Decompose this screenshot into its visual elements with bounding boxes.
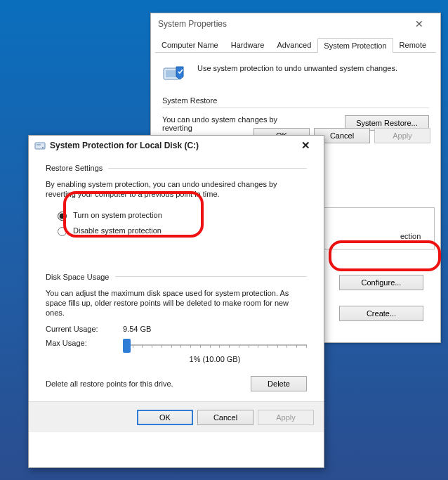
- dialog-title: System Protection for Local Disk (C:): [50, 141, 199, 150]
- cancel-button[interactable]: Cancel: [197, 410, 253, 425]
- delete-button[interactable]: Delete: [251, 376, 307, 391]
- tab-hardware[interactable]: Hardware: [225, 37, 271, 52]
- radio-disable-label: Disable system protection: [73, 226, 162, 235]
- system-properties-tabs: Computer Name Hardware Advanced System P…: [155, 37, 436, 53]
- svg-rect-4: [37, 144, 41, 145]
- current-usage-value: 9.54 GB: [123, 325, 151, 333]
- ok-button[interactable]: OK: [137, 410, 193, 425]
- apply-button: Apply: [258, 410, 314, 425]
- apply-button: Apply: [374, 128, 430, 143]
- max-usage-label: Max Usage:: [46, 339, 109, 347]
- svg-point-3: [42, 147, 44, 148]
- restore-settings-desc: By enabling system protection, you can u…: [46, 179, 307, 200]
- system-protection-dialog: System Protection for Local Disk (C:) ✕ …: [28, 135, 324, 468]
- configure-button[interactable]: Configure...: [339, 275, 423, 290]
- close-icon[interactable]: ✕: [293, 139, 318, 152]
- tab-computer-name[interactable]: Computer Name: [155, 37, 225, 52]
- restore-settings-section: Restore Settings: [46, 164, 307, 172]
- radio-turn-on-input[interactable]: [58, 212, 67, 221]
- system-properties-title: System Properties: [158, 13, 227, 34]
- radio-disable-input[interactable]: [58, 227, 67, 236]
- tab-advanced[interactable]: Advanced: [270, 37, 317, 52]
- max-usage-value: 1% (10.00 GB): [123, 355, 307, 363]
- radio-turn-on-label: Turn on system protection: [73, 211, 162, 219]
- current-usage-label: Current Usage:: [46, 325, 109, 333]
- tab-system-protection[interactable]: System Protection: [317, 38, 393, 53]
- dialog-titlebar: System Protection for Local Disk (C:) ✕: [29, 136, 324, 155]
- svg-rect-2: [35, 143, 45, 149]
- create-button[interactable]: Create...: [339, 306, 423, 321]
- delete-restore-points-text: Delete all restore points for this drive…: [46, 380, 173, 388]
- system-properties-titlebar: System Properties ✕: [151, 13, 440, 34]
- disk-space-desc: You can adjust the maximum disk space us…: [46, 288, 307, 318]
- radio-disable[interactable]: Disable system protection: [54, 225, 307, 236]
- tab-remote[interactable]: Remote: [393, 37, 433, 52]
- dialog-footer: OK Cancel Apply: [29, 401, 324, 432]
- close-icon[interactable]: ✕: [405, 13, 433, 34]
- dialog-body: Restore Settings By enabling system prot…: [29, 155, 324, 401]
- system-restore-group: System Restore: [162, 96, 429, 105]
- system-protection-icon: [162, 64, 186, 84]
- slider-thumb[interactable]: [123, 339, 131, 353]
- system-protection-intro: Use system protection to undo unwanted s…: [197, 64, 397, 72]
- disk-space-section: Disk Space Usage: [46, 273, 307, 281]
- drive-icon: [34, 140, 46, 151]
- max-usage-slider[interactable]: 1% (10.00 GB): [123, 339, 307, 363]
- radio-turn-on[interactable]: Turn on system protection: [54, 209, 307, 221]
- svg-rect-1: [166, 70, 177, 77]
